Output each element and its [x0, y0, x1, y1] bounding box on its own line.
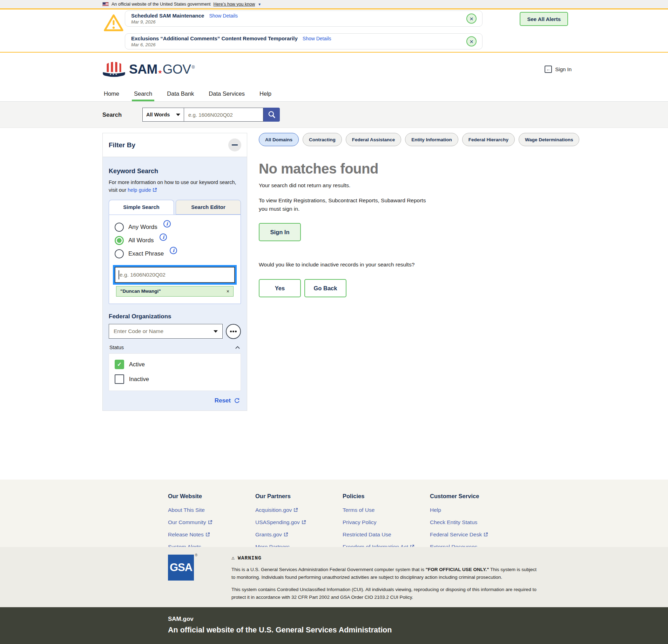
- alert-close-button[interactable]: ✕: [466, 36, 477, 47]
- gov-banner-disclosure-link[interactable]: Here’s how you know: [214, 2, 255, 7]
- us-flag-icon: [102, 2, 109, 6]
- external-link-icon: [284, 532, 288, 537]
- alert-show-details-link[interactable]: Show Details: [209, 13, 238, 19]
- alert-card: Scheduled SAM Maintenance Show Details M…: [125, 11, 483, 27]
- footer-link[interactable]: Privacy Policy: [343, 519, 430, 526]
- radio-exact-phrase[interactable]: Exact Phrase i: [115, 249, 235, 258]
- text-caret: [119, 270, 119, 279]
- filter-panel-body: Keyword Search For more information on h…: [103, 157, 247, 411]
- nav-item-help[interactable]: Help: [257, 86, 274, 101]
- footer-link[interactable]: Federal Service Desk: [430, 531, 517, 538]
- sam-gov-logo[interactable]: ★ ★ ★ SAM ★ GOV ®: [102, 60, 195, 79]
- refresh-icon: [234, 398, 240, 404]
- reset-filters-button[interactable]: Reset: [109, 397, 241, 404]
- uncle-sam-hat-icon: ★ ★ ★: [102, 60, 126, 79]
- keyword-chip-label: "Duncan Mwangi": [120, 289, 161, 294]
- warning-triangle-icon: [103, 13, 124, 49]
- domain-tab-federal-assistance[interactable]: Federal Assistance: [346, 133, 402, 146]
- filter-panel-header: Filter By: [103, 133, 247, 157]
- footer-column-our-website: Our Website About This Site Our Communit…: [168, 493, 255, 547]
- radio-circle-icon: [115, 223, 124, 232]
- domain-tab-federal-hierarchy[interactable]: Federal Hierarchy: [462, 133, 515, 146]
- filter-collapse-button[interactable]: [228, 138, 241, 151]
- alert-close-button[interactable]: ✕: [466, 14, 477, 24]
- search-label: Search: [102, 111, 142, 118]
- nav-item-home[interactable]: Home: [102, 86, 121, 101]
- checkbox-inactive[interactable]: Inactive: [115, 374, 236, 384]
- federal-org-combobox[interactable]: Enter Code or Name: [109, 324, 223, 339]
- see-all-alerts-button[interactable]: See All Alerts: [520, 12, 568, 26]
- search-strip: Search All Words: [0, 102, 668, 128]
- gsa-registered-mark: ®: [195, 553, 197, 557]
- gov-banner: An official website of the United States…: [0, 0, 668, 9]
- nav-item-search[interactable]: Search: [132, 86, 154, 101]
- results-sign-in-button[interactable]: Sign In: [259, 223, 301, 241]
- external-link-icon: [484, 532, 488, 537]
- footer-link[interactable]: Our Community: [168, 519, 255, 526]
- footer-link[interactable]: Acquisition.gov: [255, 507, 343, 513]
- radio-any-words[interactable]: Any Words i: [115, 223, 235, 232]
- footer-link[interactable]: Grants.gov: [255, 531, 343, 538]
- info-icon[interactable]: i: [170, 247, 177, 254]
- sign-in-note: To view Entity Registrations, Subcontrac…: [259, 196, 436, 213]
- footer-link[interactable]: USASpending.gov: [255, 519, 343, 526]
- external-link-icon: [208, 520, 212, 524]
- site-header: ★ ★ ★ SAM ★ GOV ® ← Sign In: [0, 53, 668, 86]
- logo-text: SAM ★ GOV ®: [129, 62, 195, 77]
- radio-circle-selected-icon: [115, 236, 124, 245]
- info-icon[interactable]: i: [160, 233, 167, 241]
- global-search-input[interactable]: [184, 108, 263, 122]
- footer-link[interactable]: About This Site: [168, 507, 255, 513]
- search-submit-button[interactable]: [263, 108, 280, 122]
- help-guide-link[interactable]: help guide: [128, 187, 157, 193]
- header-sign-in-link[interactable]: ← Sign In: [545, 66, 572, 73]
- alert-card: Exclusions “Additional Comments” Content…: [125, 33, 483, 49]
- keyword-help-text: For more information on how to use our k…: [109, 178, 241, 194]
- footer-column-customer-service: Customer Service Help Check Entity Statu…: [430, 493, 517, 547]
- checkbox-unchecked-icon: [115, 374, 124, 384]
- yes-button[interactable]: Yes: [259, 279, 301, 297]
- domain-tab-all-domains[interactable]: All Domains: [259, 133, 299, 146]
- logo-star-icon: ★: [158, 69, 162, 75]
- radio-all-words[interactable]: All Words i: [115, 236, 235, 245]
- chevron-down-icon: [176, 114, 180, 116]
- alert-show-details-link[interactable]: Show Details: [303, 36, 331, 41]
- tab-search-editor[interactable]: Search Editor: [176, 200, 241, 215]
- tab-simple-search[interactable]: Simple Search: [109, 200, 174, 215]
- gov-banner-text: An official website of the United States…: [112, 2, 211, 7]
- footer-column-our-partners: Our Partners Acquisition.gov USASpending…: [255, 493, 343, 547]
- domain-tab-entity-information[interactable]: Entity Information: [405, 133, 458, 146]
- go-back-button[interactable]: Go Back: [304, 279, 346, 297]
- status-section-toggle[interactable]: Status: [109, 345, 241, 350]
- main-content: Filter By Keyword Search For more inform…: [0, 128, 668, 480]
- gsa-logo: GSA: [168, 555, 194, 581]
- no-matches-title: No matches found: [259, 161, 579, 177]
- nav-item-data-bank[interactable]: Data Bank: [165, 86, 196, 101]
- ellipsis-icon: [230, 331, 232, 332]
- radio-circle-icon: [115, 249, 124, 258]
- footer-link[interactable]: Restricted Data Use: [343, 531, 430, 538]
- domain-tab-wage-determinations[interactable]: Wage Determinations: [519, 133, 580, 146]
- svg-text:★ ★ ★: ★ ★ ★: [109, 73, 117, 75]
- org-more-options-button[interactable]: [226, 324, 241, 339]
- footer-link[interactable]: Help: [430, 507, 517, 513]
- simple-search-tab-content: Any Words i All Words i Exact Phrase i: [109, 215, 241, 304]
- chevron-down-icon: [214, 330, 218, 333]
- domain-tab-contracting[interactable]: Contracting: [303, 133, 342, 146]
- keyword-search-input[interactable]: [115, 267, 235, 283]
- keyword-tabs: Simple Search Search Editor: [109, 200, 241, 215]
- info-icon[interactable]: i: [163, 220, 171, 228]
- checkbox-active[interactable]: ✓ Active: [115, 360, 236, 369]
- inactive-records-question: Would you like to include inactive recor…: [259, 262, 579, 268]
- footer-link[interactable]: Release Notes: [168, 531, 255, 538]
- chevron-up-icon: [235, 346, 240, 349]
- chip-remove-icon[interactable]: ×: [227, 289, 229, 294]
- external-link-icon: [205, 532, 210, 537]
- alerts-list: Scheduled SAM Maintenance Show Details M…: [125, 11, 483, 49]
- nav-item-data-services[interactable]: Data Services: [207, 86, 247, 101]
- footer-link[interactable]: Terms of Use: [343, 507, 430, 513]
- chevron-down-icon: ▼: [258, 2, 261, 6]
- alerts-section: Scheduled SAM Maintenance Show Details M…: [0, 9, 668, 53]
- footer-link[interactable]: Check Entity Status: [430, 519, 517, 526]
- search-mode-select[interactable]: All Words: [142, 108, 184, 122]
